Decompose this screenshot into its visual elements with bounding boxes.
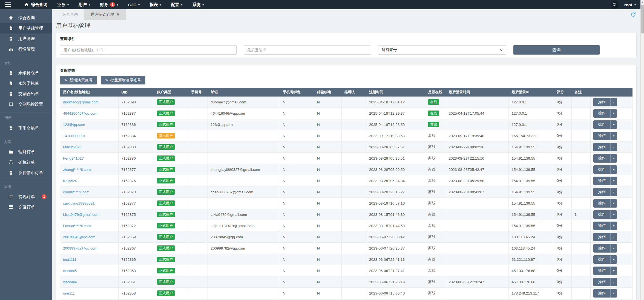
- action-button[interactable]: 操作▾: [593, 289, 617, 298]
- scroll-up-arrow-icon[interactable]: ▲: [641, 0, 644, 4]
- nav-item-user[interactable]: 用户▾: [79, 2, 90, 7]
- action-button[interactable]: 操作▾: [593, 188, 617, 196]
- sidebar-item-withdraw-order[interactable]: 提现订单1: [0, 191, 52, 202]
- nav-item-report[interactable]: 报表▾: [150, 2, 161, 7]
- user-link[interactable]: one111: [63, 291, 75, 295]
- action-button-label[interactable]: 操作: [593, 98, 610, 106]
- action-button[interactable]: 操作▾: [593, 165, 617, 174]
- user-link[interactable]: Feng941027: [63, 156, 84, 160]
- action-dropdown-caret[interactable]: ▾: [610, 109, 617, 118]
- user-link[interactable]: 464416046@qq.com: [63, 111, 97, 115]
- sidebar-item-user-basic[interactable]: 用户基础管理: [0, 23, 52, 33]
- user-link[interactable]: chenli*****il.com: [63, 190, 90, 194]
- action-button-label[interactable]: 操作: [593, 244, 610, 253]
- sidebar-item-perpetual-position[interactable]: 永续持仓单: [0, 68, 52, 78]
- username-input[interactable]: [60, 45, 237, 55]
- action-dropdown-caret[interactable]: ▾: [610, 222, 617, 230]
- action-button-label[interactable]: 操作: [593, 188, 610, 196]
- sidebar-item-delivery-control[interactable]: 交割场控设置: [0, 99, 52, 109]
- action-button-label[interactable]: 操作: [593, 165, 610, 174]
- action-dropdown-caret[interactable]: ▾: [610, 98, 617, 106]
- action-dropdown-caret[interactable]: ▾: [610, 210, 617, 219]
- action-button[interactable]: 操作▾: [593, 98, 617, 106]
- user-menu[interactable]: root ▾: [624, 2, 636, 7]
- tab-user-basic[interactable]: 用户基础管理 ✖: [84, 9, 126, 20]
- action-button[interactable]: 操作▾: [593, 222, 617, 230]
- sidebar-item-pledge-order[interactable]: 质押借币订单: [0, 168, 52, 178]
- user-link[interactable]: 14100000001: [63, 134, 86, 138]
- sidebar-item-spot-trade[interactable]: 币币交易单: [0, 123, 52, 133]
- action-dropdown-caret[interactable]: ▾: [610, 120, 617, 129]
- user-link[interactable]: test1111: [63, 257, 76, 262]
- tab-overview[interactable]: 综合查询: [56, 9, 84, 20]
- refresh-icon[interactable]: [631, 12, 636, 18]
- search-button[interactable]: 查询: [513, 45, 600, 55]
- action-button-label[interactable]: 操作: [593, 143, 610, 151]
- user-link[interactable]: Lixia9479@gmail.com: [63, 213, 99, 217]
- hamburger-menu-icon[interactable]: [0, 2, 16, 7]
- action-button-label[interactable]: 操作: [593, 255, 610, 264]
- action-button-label[interactable]: 操作: [593, 199, 610, 208]
- add-demo-account-button[interactable]: ✎ 新增演示账号: [60, 76, 97, 84]
- action-button-label[interactable]: 操作: [593, 154, 610, 163]
- action-button-label[interactable]: 操作: [593, 109, 610, 118]
- vertical-scrollbar[interactable]: ▲: [640, 0, 644, 300]
- action-button[interactable]: 操作▾: [593, 154, 617, 163]
- sidebar-item-wealth-order[interactable]: 理财订单: [0, 147, 52, 157]
- action-button[interactable]: 操作▾: [593, 199, 617, 208]
- user-link[interactable]: 20078845@qq.com: [63, 235, 95, 239]
- user-link[interactable]: duomacc@gmail.com: [63, 100, 99, 104]
- action-dropdown-caret[interactable]: ▾: [610, 267, 617, 275]
- scrollbar-thumb[interactable]: [641, 5, 644, 33]
- nav-item-system[interactable]: 系统▾: [192, 2, 204, 7]
- action-button[interactable]: 操作▾: [593, 278, 617, 286]
- user-link[interactable]: caixiuling19880521: [63, 201, 95, 205]
- nav-item-overview[interactable]: 综合查询: [24, 2, 47, 7]
- sidebar-item-perpetual-order[interactable]: 永续委托单: [0, 78, 52, 89]
- action-button-label[interactable]: 操作: [593, 222, 610, 230]
- action-button[interactable]: 操作▾: [593, 132, 617, 140]
- chat-icon[interactable]: [611, 1, 619, 9]
- action-button[interactable]: 操作▾: [593, 244, 617, 253]
- nav-item-config[interactable]: 配置▾: [171, 2, 182, 7]
- action-button[interactable]: 操作▾: [593, 255, 617, 264]
- action-button[interactable]: 操作▾: [593, 233, 617, 241]
- account-type-select[interactable]: 所有账号: [378, 45, 506, 55]
- action-dropdown-caret[interactable]: ▾: [610, 199, 617, 208]
- action-button[interactable]: 操作▾: [593, 177, 617, 185]
- user-link[interactable]: Kelly520: [63, 179, 77, 183]
- close-icon[interactable]: ✖: [117, 13, 119, 16]
- user-link[interactable]: xiaobai5: [63, 269, 77, 273]
- action-button-label[interactable]: 操作: [593, 267, 610, 275]
- last-login-ip-input[interactable]: [244, 45, 371, 55]
- action-button-label[interactable]: 操作: [593, 132, 610, 140]
- action-button-label[interactable]: 操作: [593, 278, 610, 286]
- user-link[interactable]: Martin2023: [63, 145, 82, 149]
- action-button-label[interactable]: 操作: [593, 177, 610, 185]
- sidebar-item-user-mgmt[interactable]: 用户管理: [0, 33, 52, 44]
- action-dropdown-caret[interactable]: ▾: [610, 165, 617, 174]
- user-link[interactable]: Lichun*****il.com: [63, 224, 91, 228]
- action-dropdown-caret[interactable]: ▾: [610, 233, 617, 241]
- action-button[interactable]: 操作▾: [593, 120, 617, 129]
- action-button[interactable]: 操作▾: [593, 143, 617, 151]
- action-button[interactable]: 操作▾: [593, 109, 617, 118]
- action-dropdown-caret[interactable]: ▾: [610, 255, 617, 264]
- action-button-label[interactable]: 操作: [593, 120, 610, 129]
- sidebar-item-miner-order[interactable]: 矿机订单: [0, 157, 52, 168]
- action-dropdown-caret[interactable]: ▾: [610, 278, 617, 286]
- action-button-label[interactable]: 操作: [593, 210, 610, 219]
- nav-item-c2c[interactable]: C2C▾: [128, 2, 140, 7]
- sidebar-item-recharge-order[interactable]: 充值订单: [0, 202, 52, 212]
- user-link[interactable]: zhangj*****il.com: [63, 168, 91, 172]
- user-link[interactable]: xiaobai4: [63, 280, 77, 284]
- nav-item-business[interactable]: 业务▾: [57, 2, 69, 7]
- action-dropdown-caret[interactable]: ▾: [610, 132, 617, 140]
- nav-item-finance[interactable]: 财务1▾: [100, 2, 118, 7]
- action-dropdown-caret[interactable]: ▾: [610, 154, 617, 163]
- user-link[interactable]: 123@qq.com: [63, 123, 85, 127]
- sidebar-item-delivery-contract[interactable]: 交割合约单: [0, 89, 52, 99]
- action-dropdown-caret[interactable]: ▾: [610, 177, 617, 185]
- action-button[interactable]: 操作▾: [593, 267, 617, 275]
- action-button-label[interactable]: 操作: [593, 233, 610, 241]
